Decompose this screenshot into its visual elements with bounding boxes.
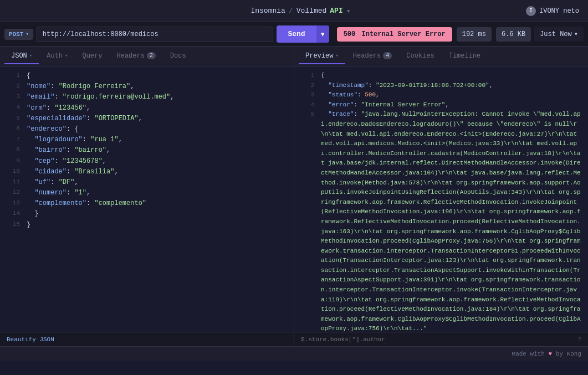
headers-badge: 2 [147, 52, 156, 59]
tab-json-chevron: ▾ [29, 53, 32, 59]
tab-docs-label: Docs [170, 52, 186, 60]
project-dropdown-icon[interactable]: ▾ [346, 7, 351, 16]
resp-line-5: 5 "trace": "java.lang.NullPointerExcepti… [296, 110, 586, 332]
code-line-14: 14 } [2, 209, 292, 219]
user-area: I IVONY neto [526, 6, 579, 16]
url-bar: POST ▾ Send ▾ 500 Internal Server Error … [0, 22, 588, 47]
tab-preview-label: Preview [305, 52, 333, 60]
code-line-3: 3 "email": "rodrigo.ferreira@voll.med", [2, 92, 292, 102]
tab-json[interactable]: JSON ▾ [4, 49, 39, 64]
right-panel: Preview ▾ Headers 4 Cookies Timeline 1 {… [294, 47, 588, 346]
right-bottom-bar: ? [294, 332, 588, 346]
app-name: Insomnia [250, 7, 285, 15]
project-name: Vollmed [296, 7, 327, 15]
tab-preview-chevron: ▾ [335, 53, 338, 59]
timestamp-badge: Just Now ▾ [534, 27, 584, 42]
left-panel: JSON ▾ Auth ▾ Query Headers 2 Docs 1 { [0, 47, 294, 346]
left-tab-bar: JSON ▾ Auth ▾ Query Headers 2 Docs [0, 47, 294, 66]
code-line-9: 9 "cep": "12345678", [2, 156, 292, 167]
resp-line-4: 4 "error": "Internal Server Error", [296, 100, 586, 110]
tab-query[interactable]: Query [75, 49, 109, 64]
user-avatar: I [526, 6, 536, 16]
left-bottom-bar: Beautify JSON [0, 332, 294, 346]
tab-headers-left[interactable]: Headers 2 [110, 49, 162, 64]
response-size-badge: 6.6 KB [496, 27, 531, 42]
status-code: 500 [344, 30, 356, 38]
api-name: API [330, 7, 342, 15]
tab-json-label: JSON [11, 52, 27, 60]
request-body-editor[interactable]: 1 { 2 "nome": "Rodrigo Ferreira", 3 "ema… [0, 66, 294, 332]
resp-line-2: 2 "timestamp": "2023-09-01T19:18:08.702+… [296, 81, 586, 91]
code-line-5: 5 "especialidade": "ORTOPEDIA", [2, 114, 292, 124]
send-dropdown-button[interactable]: ▾ [316, 25, 329, 43]
main-panels: JSON ▾ Auth ▾ Query Headers 2 Docs 1 { [0, 47, 588, 346]
footer-text: Made with ♥ by Kong [512, 351, 581, 357]
method-selector[interactable]: POST ▾ [4, 29, 33, 40]
tab-headers-right[interactable]: Headers 4 [346, 49, 398, 64]
user-name: IVONY neto [539, 7, 579, 15]
url-input[interactable] [37, 27, 274, 42]
tab-timeline-label: Timeline [449, 52, 481, 60]
send-chevron-icon: ▾ [321, 30, 325, 38]
tab-auth[interactable]: Auth ▾ [40, 49, 74, 64]
tab-cookies[interactable]: Cookies [400, 49, 441, 64]
method-chevron: ▾ [25, 31, 28, 37]
send-button[interactable]: Send [277, 25, 316, 43]
footer: Made with ♥ by Kong [0, 346, 588, 361]
help-icon[interactable]: ? [577, 336, 581, 343]
nav-separator: / [289, 7, 293, 15]
code-line-13: 13 "complemento": "complemento" [2, 198, 292, 209]
beautify-json-label[interactable]: Beautify JSON [7, 336, 54, 343]
send-btn-group: Send ▾ [277, 25, 329, 43]
app-title: Insomnia / VollmedAPI ▾ [250, 7, 350, 16]
code-line-8: 8 "bairro": "bairro", [2, 145, 292, 156]
tab-headers-right-label: Headers [353, 52, 381, 60]
tab-docs[interactable]: Docs [163, 49, 193, 64]
status-badge: 500 Internal Server Error [337, 27, 452, 42]
jsonpath-filter-input[interactable] [301, 336, 412, 343]
code-line-2: 2 "nome": "Rodrigo Ferreira", [2, 81, 292, 92]
code-line-1: 1 { [2, 71, 292, 81]
timestamp-chevron[interactable]: ▾ [574, 30, 578, 38]
code-line-6: 6 "endereco": { [2, 124, 292, 135]
code-line-12: 12 "numero": "1", [2, 188, 292, 198]
method-label: POST [9, 31, 23, 38]
resp-line-3: 3 "status": 500, [296, 90, 586, 100]
tab-auth-label: Auth [47, 52, 63, 60]
tab-preview[interactable]: Preview ▾ [299, 49, 345, 64]
status-text: Internal Server Error [361, 30, 445, 38]
top-nav: Insomnia / VollmedAPI ▾ I IVONY neto [0, 0, 588, 22]
code-line-7: 7 "logradouro": "rua 1", [2, 135, 292, 145]
heart-icon: ♥ [549, 351, 553, 357]
code-line-10: 10 "cidade": "Brasilia", [2, 167, 292, 177]
response-body-viewer[interactable]: 1 { 2 "timestamp": "2023-09-01T19:18:08.… [294, 66, 588, 332]
tab-headers-left-label: Headers [116, 52, 144, 60]
timestamp-label: Just Now [540, 30, 572, 38]
headers-right-badge: 4 [383, 52, 392, 59]
resp-line-1: 1 { [296, 71, 586, 81]
tab-cookies-label: Cookies [406, 52, 434, 60]
right-tab-bar: Preview ▾ Headers 4 Cookies Timeline [294, 47, 588, 66]
code-line-4: 4 "crm": "123456", [2, 103, 292, 114]
response-time-badge: 192 ms [457, 27, 492, 42]
tab-auth-chevron: ▾ [65, 53, 68, 59]
tab-timeline[interactable]: Timeline [442, 49, 488, 64]
status-bar: 500 Internal Server Error 192 ms 6.6 KB [337, 27, 531, 42]
code-line-15: 15 } [2, 220, 292, 230]
tab-query-label: Query [82, 52, 102, 60]
code-line-11: 11 "uf": "DF", [2, 177, 292, 188]
